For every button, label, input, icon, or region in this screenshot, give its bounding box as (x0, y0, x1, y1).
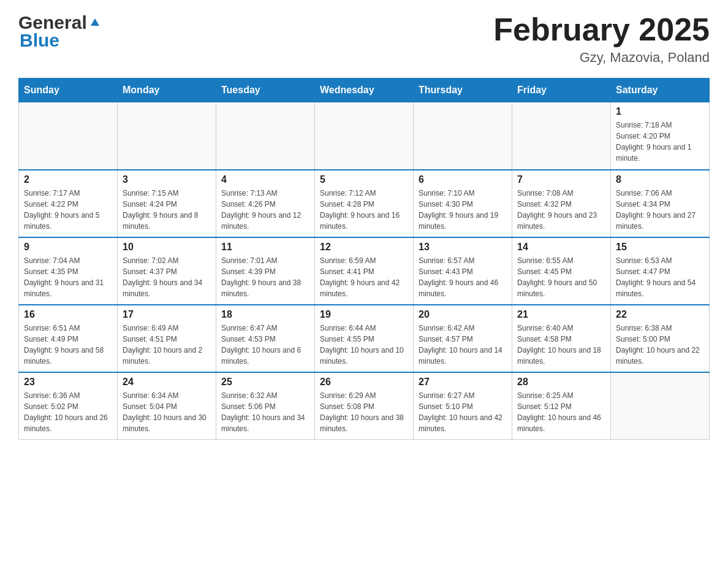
calendar-cell-w5-d7 (611, 372, 710, 440)
page-header: General Blue February 2025 Gzy, Mazovia,… (18, 12, 710, 66)
location-subtitle: Gzy, Mazovia, Poland (493, 50, 710, 66)
calendar-cell-w1-d1 (19, 102, 118, 170)
day-number: 2 (24, 174, 112, 185)
calendar-cell-w4-d7: 22Sunrise: 6:38 AMSunset: 5:00 PMDayligh… (611, 305, 710, 372)
col-friday: Friday (512, 79, 611, 102)
calendar-cell-w5-d2: 24Sunrise: 6:34 AMSunset: 5:04 PMDayligh… (118, 372, 216, 440)
day-info: Sunrise: 7:12 AMSunset: 4:28 PMDaylight:… (320, 188, 408, 232)
calendar-cell-w1-d2 (118, 102, 216, 170)
day-info: Sunrise: 6:44 AMSunset: 4:55 PMDaylight:… (320, 323, 408, 367)
calendar-week-2: 2Sunrise: 7:17 AMSunset: 4:22 PMDaylight… (19, 170, 710, 237)
day-number: 15 (616, 242, 704, 253)
calendar-cell-w3-d5: 13Sunrise: 6:57 AMSunset: 4:43 PMDayligh… (414, 237, 512, 305)
day-info: Sunrise: 7:06 AMSunset: 4:34 PMDaylight:… (616, 188, 704, 232)
calendar-cell-w5-d4: 26Sunrise: 6:29 AMSunset: 5:08 PMDayligh… (315, 372, 414, 440)
calendar-cell-w2-d2: 3Sunrise: 7:15 AMSunset: 4:24 PMDaylight… (118, 170, 216, 237)
calendar-cell-w3-d7: 15Sunrise: 6:53 AMSunset: 4:47 PMDayligh… (611, 237, 710, 305)
day-number: 1 (616, 106, 704, 117)
day-info: Sunrise: 6:40 AMSunset: 4:58 PMDaylight:… (517, 323, 605, 367)
day-number: 25 (221, 377, 309, 388)
day-number: 19 (320, 309, 408, 320)
day-info: Sunrise: 6:55 AMSunset: 4:45 PMDaylight:… (517, 255, 605, 299)
col-tuesday: Tuesday (216, 79, 315, 102)
col-sunday: Sunday (19, 79, 118, 102)
calendar-header-row: Sunday Monday Tuesday Wednesday Thursday… (19, 79, 710, 102)
day-number: 23 (24, 377, 112, 388)
day-number: 27 (419, 377, 507, 388)
day-number: 6 (419, 174, 507, 185)
day-info: Sunrise: 6:34 AMSunset: 5:04 PMDaylight:… (123, 390, 211, 434)
day-number: 26 (320, 377, 408, 388)
day-info: Sunrise: 6:38 AMSunset: 5:00 PMDaylight:… (616, 323, 704, 367)
calendar-cell-w2-d4: 5Sunrise: 7:12 AMSunset: 4:28 PMDaylight… (315, 170, 414, 237)
day-number: 7 (517, 174, 605, 185)
calendar-cell-w1-d3 (216, 102, 315, 170)
calendar-cell-w4-d4: 19Sunrise: 6:44 AMSunset: 4:55 PMDayligh… (315, 305, 414, 372)
calendar-table: Sunday Monday Tuesday Wednesday Thursday… (18, 78, 710, 440)
day-number: 21 (517, 309, 605, 320)
svg-marker-0 (91, 18, 99, 26)
day-number: 8 (616, 174, 704, 185)
day-number: 4 (221, 174, 309, 185)
calendar-cell-w4-d3: 18Sunrise: 6:47 AMSunset: 4:53 PMDayligh… (216, 305, 315, 372)
calendar-cell-w1-d5 (414, 102, 512, 170)
calendar-cell-w5-d1: 23Sunrise: 6:36 AMSunset: 5:02 PMDayligh… (19, 372, 118, 440)
calendar-week-4: 16Sunrise: 6:51 AMSunset: 4:49 PMDayligh… (19, 305, 710, 372)
calendar-cell-w1-d6 (512, 102, 611, 170)
calendar-cell-w3-d2: 10Sunrise: 7:02 AMSunset: 4:37 PMDayligh… (118, 237, 216, 305)
calendar-week-5: 23Sunrise: 6:36 AMSunset: 5:02 PMDayligh… (19, 372, 710, 440)
day-info: Sunrise: 7:10 AMSunset: 4:30 PMDaylight:… (419, 188, 507, 232)
calendar-cell-w2-d5: 6Sunrise: 7:10 AMSunset: 4:30 PMDaylight… (414, 170, 512, 237)
day-info: Sunrise: 6:49 AMSunset: 4:51 PMDaylight:… (123, 323, 211, 367)
calendar-cell-w4-d5: 20Sunrise: 6:42 AMSunset: 4:57 PMDayligh… (414, 305, 512, 372)
day-info: Sunrise: 7:08 AMSunset: 4:32 PMDaylight:… (517, 188, 605, 232)
day-info: Sunrise: 7:15 AMSunset: 4:24 PMDaylight:… (123, 188, 211, 232)
logo-triangle-icon (88, 15, 102, 28)
calendar-cell-w3-d1: 9Sunrise: 7:04 AMSunset: 4:35 PMDaylight… (19, 237, 118, 305)
day-number: 17 (123, 309, 211, 320)
day-number: 20 (419, 309, 507, 320)
calendar-cell-w2-d3: 4Sunrise: 7:13 AMSunset: 4:26 PMDaylight… (216, 170, 315, 237)
calendar-week-3: 9Sunrise: 7:04 AMSunset: 4:35 PMDaylight… (19, 237, 710, 305)
calendar-cell-w3-d3: 11Sunrise: 7:01 AMSunset: 4:39 PMDayligh… (216, 237, 315, 305)
day-number: 14 (517, 242, 605, 253)
day-number: 18 (221, 309, 309, 320)
calendar-cell-w3-d4: 12Sunrise: 6:59 AMSunset: 4:41 PMDayligh… (315, 237, 414, 305)
day-info: Sunrise: 6:36 AMSunset: 5:02 PMDaylight:… (24, 390, 112, 434)
day-info: Sunrise: 6:51 AMSunset: 4:49 PMDaylight:… (24, 323, 112, 367)
day-number: 12 (320, 242, 408, 253)
day-info: Sunrise: 7:18 AMSunset: 4:20 PMDaylight:… (616, 120, 704, 164)
title-block: February 2025 Gzy, Mazovia, Poland (493, 12, 710, 66)
month-title: February 2025 (493, 12, 710, 47)
calendar-cell-w2-d6: 7Sunrise: 7:08 AMSunset: 4:32 PMDaylight… (512, 170, 611, 237)
day-number: 5 (320, 174, 408, 185)
day-info: Sunrise: 6:29 AMSunset: 5:08 PMDaylight:… (320, 390, 408, 434)
day-info: Sunrise: 6:42 AMSunset: 4:57 PMDaylight:… (419, 323, 507, 367)
day-info: Sunrise: 6:32 AMSunset: 5:06 PMDaylight:… (221, 390, 309, 434)
day-number: 3 (123, 174, 211, 185)
day-number: 16 (24, 309, 112, 320)
day-number: 24 (123, 377, 211, 388)
calendar-cell-w3-d6: 14Sunrise: 6:55 AMSunset: 4:45 PMDayligh… (512, 237, 611, 305)
calendar-cell-w1-d7: 1Sunrise: 7:18 AMSunset: 4:20 PMDaylight… (611, 102, 710, 170)
calendar-cell-w5-d5: 27Sunrise: 6:27 AMSunset: 5:10 PMDayligh… (414, 372, 512, 440)
day-info: Sunrise: 7:04 AMSunset: 4:35 PMDaylight:… (24, 255, 112, 299)
col-thursday: Thursday (414, 79, 512, 102)
calendar-cell-w2-d1: 2Sunrise: 7:17 AMSunset: 4:22 PMDaylight… (19, 170, 118, 237)
day-number: 9 (24, 242, 112, 253)
logo: General Blue (18, 12, 102, 48)
day-info: Sunrise: 6:53 AMSunset: 4:47 PMDaylight:… (616, 255, 704, 299)
col-wednesday: Wednesday (315, 79, 414, 102)
logo-blue-text: Blue (20, 32, 102, 48)
day-number: 10 (123, 242, 211, 253)
calendar-cell-w4-d6: 21Sunrise: 6:40 AMSunset: 4:58 PMDayligh… (512, 305, 611, 372)
day-info: Sunrise: 7:02 AMSunset: 4:37 PMDaylight:… (123, 255, 211, 299)
day-number: 13 (419, 242, 507, 253)
day-info: Sunrise: 7:13 AMSunset: 4:26 PMDaylight:… (221, 188, 309, 232)
calendar-cell-w4-d1: 16Sunrise: 6:51 AMSunset: 4:49 PMDayligh… (19, 305, 118, 372)
col-saturday: Saturday (611, 79, 710, 102)
day-info: Sunrise: 6:27 AMSunset: 5:10 PMDaylight:… (419, 390, 507, 434)
calendar-week-1: 1Sunrise: 7:18 AMSunset: 4:20 PMDaylight… (19, 102, 710, 170)
day-info: Sunrise: 7:17 AMSunset: 4:22 PMDaylight:… (24, 188, 112, 232)
day-info: Sunrise: 6:59 AMSunset: 4:41 PMDaylight:… (320, 255, 408, 299)
